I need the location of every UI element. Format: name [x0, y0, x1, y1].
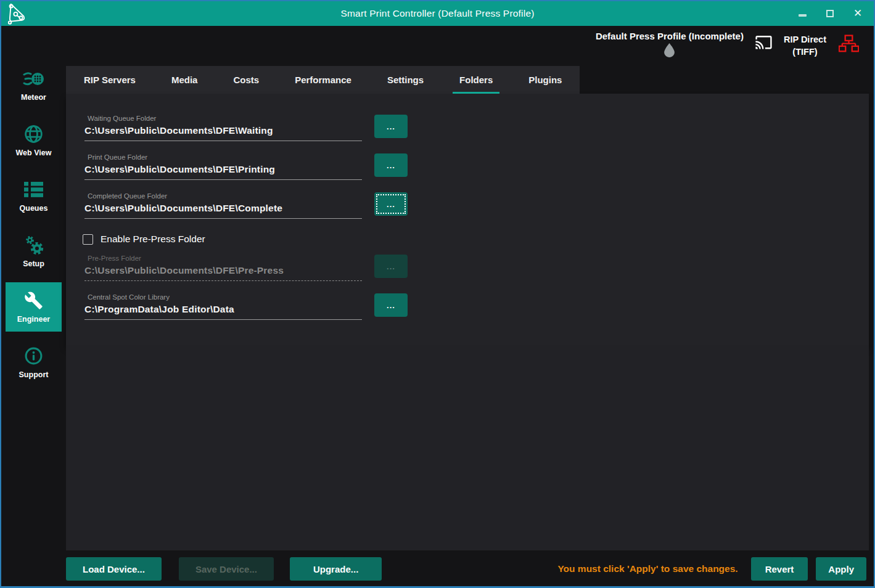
- content-lower-area: [66, 345, 869, 550]
- pre-press-folder-input: C:\Users\Public\Documents\DFE\Pre-Press: [84, 265, 362, 276]
- folders-panel: Waiting Queue Folder C:\Users\Public\Doc…: [66, 94, 869, 345]
- print-queue-folder-field: Print Queue Folder C:\Users\Public\Docum…: [84, 153, 869, 180]
- field-label: Pre-Press Folder: [88, 255, 362, 262]
- sidebar-item-label: Engineer: [17, 315, 51, 324]
- tab-rip-servers[interactable]: RIP Servers: [66, 66, 154, 94]
- close-button[interactable]: ✕: [853, 9, 863, 18]
- globe-icon: [23, 125, 44, 144]
- enable-pre-press-label: Enable Pre-Press Folder: [101, 234, 205, 245]
- pre-press-folder-field: Pre-Press Folder C:\Users\Public\Documen…: [84, 255, 869, 281]
- minimize-button[interactable]: [797, 9, 807, 18]
- sidebar-item-meteor[interactable]: Meteor: [6, 60, 62, 110]
- completed-queue-folder-input[interactable]: C:\Users\Public\Documents\DFE\Complete: [84, 203, 362, 214]
- revert-button[interactable]: Revert: [751, 557, 808, 581]
- sidebar-item-label: Queues: [20, 204, 48, 213]
- app-window: Smart Print Controller (Default Press Pr…: [0, 0, 875, 588]
- app-logo-icon: [4, 2, 30, 25]
- tab-performance[interactable]: Performance: [277, 66, 369, 94]
- load-device-button[interactable]: Load Device...: [66, 557, 162, 581]
- window-controls: ✕: [797, 9, 874, 18]
- tab-plugins[interactable]: Plugins: [511, 66, 580, 94]
- ink-droplet-icon: [664, 43, 675, 57]
- field-label: Central Spot Color Library: [88, 293, 362, 301]
- apply-warning-text: You must click 'Apply' to save changes.: [557, 563, 737, 574]
- title-bar: Smart Print Controller (Default Press Pr…: [1, 1, 874, 26]
- central-spot-color-library-input[interactable]: C:\ProgramData\Job Editor\Data: [84, 304, 362, 315]
- window-title: Smart Print Controller (Default Press Pr…: [340, 8, 534, 19]
- queues-icon: [24, 180, 43, 200]
- wrench-icon: [24, 291, 43, 311]
- field-label: Print Queue Folder: [88, 153, 362, 161]
- save-device-button[interactable]: Save Device...: [179, 557, 274, 581]
- central-spot-color-browse-button[interactable]: ...: [374, 293, 408, 317]
- tab-costs[interactable]: Costs: [215, 66, 277, 94]
- network-status-icon[interactable]: [839, 35, 859, 53]
- sidebar-nav: Meteor Web View Queues: [1, 26, 66, 586]
- print-queue-browse-button[interactable]: ...: [374, 153, 408, 177]
- pre-press-browse-button: ...: [374, 255, 408, 278]
- header-bar: Default Press Profile (Incomplete) RIP D…: [1, 26, 874, 66]
- sidebar-item-label: Support: [19, 370, 49, 379]
- enable-pre-press-checkbox[interactable]: [83, 234, 93, 245]
- waiting-queue-browse-button[interactable]: ...: [374, 115, 408, 138]
- maximize-button[interactable]: [825, 9, 835, 18]
- sidebar-item-label: Setup: [23, 259, 44, 268]
- tab-folders[interactable]: Folders: [442, 66, 511, 94]
- tab-settings[interactable]: Settings: [369, 66, 442, 94]
- waiting-queue-folder-field: Waiting Queue Folder C:\Users\Public\Doc…: [84, 115, 869, 141]
- apply-button[interactable]: Apply: [816, 557, 866, 581]
- footer-bar: Load Device... Save Device... Upgrade...…: [66, 550, 866, 587]
- sidebar-item-support[interactable]: Support: [6, 338, 62, 387]
- cast-icon[interactable]: [755, 36, 773, 51]
- press-profile-label: Default Press Profile (Incomplete): [596, 31, 744, 41]
- waiting-queue-folder-input[interactable]: C:\Users\Public\Documents\DFE\Waiting: [84, 125, 362, 136]
- info-icon: [24, 346, 43, 366]
- rip-direct-line1: RIP Direct: [784, 34, 826, 46]
- meteor-icon: [23, 69, 45, 89]
- sidebar-item-label: Meteor: [21, 93, 46, 102]
- sidebar-item-label: Web View: [16, 149, 52, 157]
- gears-icon: [24, 235, 44, 255]
- field-label: Waiting Queue Folder: [88, 115, 362, 122]
- print-queue-folder-input[interactable]: C:\Users\Public\Documents\DFE\Printing: [84, 164, 362, 175]
- sidebar-item-web-view[interactable]: Web View: [6, 116, 62, 165]
- sidebar-item-queues[interactable]: Queues: [6, 171, 62, 221]
- tab-bar: RIP Servers Media Costs Performance Sett…: [66, 66, 580, 94]
- completed-queue-browse-button[interactable]: ...: [374, 192, 408, 216]
- sidebar-item-engineer[interactable]: Engineer: [6, 282, 62, 332]
- central-spot-color-library-field: Central Spot Color Library C:\ProgramDat…: [84, 293, 869, 320]
- press-profile-status: Default Press Profile (Incomplete): [596, 31, 744, 57]
- tab-media[interactable]: Media: [154, 66, 216, 94]
- upgrade-button[interactable]: Upgrade...: [290, 557, 382, 581]
- rip-direct-line2: (TIFF): [784, 46, 826, 59]
- enable-pre-press-row: Enable Pre-Press Folder: [83, 234, 869, 245]
- sidebar-item-setup[interactable]: Setup: [6, 227, 62, 276]
- field-label: Completed Queue Folder: [88, 192, 362, 200]
- completed-queue-folder-field: Completed Queue Folder C:\Users\Public\D…: [84, 192, 869, 219]
- rip-direct-status: RIP Direct (TIFF): [784, 34, 826, 58]
